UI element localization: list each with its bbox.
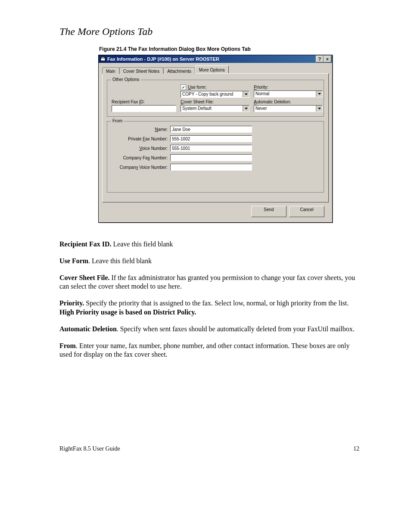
- priority-combo[interactable]: Normal: [254, 90, 323, 97]
- send-button[interactable]: Send: [251, 206, 286, 217]
- footer-page-number: 12: [353, 445, 359, 452]
- automatic-deletion-label: Automatic Deletion:: [254, 100, 323, 104]
- dialog-button-row: Send Cancel: [102, 202, 329, 218]
- page-footer: RightFax 8.5 User Guide 12: [59, 445, 359, 452]
- dialog-title: Fax Information - DJP (#100) on Server R…: [107, 56, 314, 62]
- automatic-deletion-combo[interactable]: Never: [254, 105, 323, 112]
- private-fax-label: Private Fax Number:: [112, 137, 168, 141]
- tab-main[interactable]: Main: [102, 67, 119, 74]
- cover-sheet-combo[interactable]: System Default: [181, 105, 249, 112]
- cover-sheet-value: System Default: [181, 106, 243, 112]
- svg-marker-4: [245, 108, 248, 109]
- dialog-titlebar: Fax Information - DJP (#100) on Server R…: [99, 55, 332, 63]
- svg-marker-2: [245, 93, 248, 95]
- use-form-label: Use form:: [188, 85, 206, 90]
- from-name-input[interactable]: [170, 126, 252, 133]
- para-priority: Priority. Specify the priority that is a…: [59, 299, 359, 317]
- svg-marker-5: [318, 108, 321, 109]
- company-voice-input[interactable]: [170, 164, 252, 171]
- tab-attachments[interactable]: Attachments: [163, 67, 195, 74]
- tab-cover-sheet-notes[interactable]: Cover Sheet Notes: [119, 67, 164, 74]
- company-fax-label: Company Fax Number:: [112, 156, 168, 160]
- chevron-down-icon[interactable]: [316, 106, 322, 112]
- group-from-title: From: [111, 118, 124, 123]
- company-fax-input[interactable]: [170, 154, 252, 161]
- para-use-form: Use Form. Leave this field blank: [59, 257, 359, 266]
- group-other-options: Other Options ✓ Use form: COPY - Copy ba…: [107, 80, 324, 117]
- para-from: From. Enter your name, fax number, phone…: [59, 342, 359, 360]
- use-form-combo[interactable]: COPY - Copy back ground: [181, 91, 249, 98]
- recipient-fax-id-label: Recipient Fax ID:: [112, 100, 176, 104]
- close-button[interactable]: ×: [324, 56, 331, 62]
- chevron-down-icon[interactable]: [316, 91, 322, 97]
- tab-panel-more-options: Other Options ✓ Use form: COPY - Copy ba…: [102, 73, 329, 202]
- group-other-options-title: Other Options: [111, 77, 141, 82]
- automatic-deletion-value: Never: [254, 106, 316, 112]
- tab-more-options[interactable]: More Options: [195, 65, 229, 73]
- para-automatic-deletion: Automatic Deletion. Specify when sent fa…: [59, 325, 359, 334]
- para-cover-sheet-file: Cover Sheet File. If the fax administrat…: [59, 274, 359, 292]
- para-recipient-fax-id: Recipient Fax ID. Leave this field blank: [59, 240, 359, 249]
- app-icon: [100, 56, 106, 62]
- group-from: From Name: Private Fax Number: Voice Num…: [107, 121, 324, 193]
- svg-rect-1: [101, 57, 105, 58]
- chevron-down-icon[interactable]: [243, 91, 249, 97]
- priority-label: Priority:: [254, 85, 323, 90]
- help-button[interactable]: ?: [316, 56, 324, 62]
- voice-number-input[interactable]: [170, 145, 252, 152]
- priority-value: Normal: [254, 91, 316, 97]
- voice-number-label: Voice Number:: [112, 146, 168, 151]
- use-form-checkbox[interactable]: ✓: [181, 84, 186, 90]
- chevron-down-icon[interactable]: [243, 106, 249, 112]
- section-title: The More Options Tab: [59, 26, 359, 37]
- recipient-fax-id-input[interactable]: [112, 105, 176, 112]
- tab-strip: Main Cover Sheet Notes Attachments More …: [102, 65, 329, 73]
- footer-left: RightFax 8.5 User Guide: [59, 445, 120, 452]
- cancel-button[interactable]: Cancel: [289, 206, 324, 217]
- body-copy: Recipient Fax ID. Leave this field blank…: [59, 240, 359, 359]
- fax-info-dialog: Fax Information - DJP (#100) on Server R…: [98, 55, 333, 223]
- use-form-value: COPY - Copy back ground: [181, 91, 243, 97]
- dialog-client-area: Main Cover Sheet Notes Attachments More …: [99, 63, 332, 222]
- svg-marker-3: [318, 93, 321, 95]
- cover-sheet-file-label: Cover Sheet File:: [181, 100, 249, 104]
- private-fax-input[interactable]: [170, 135, 252, 142]
- figure-caption: Figure 21.4 The Fax Information Dialog B…: [99, 46, 359, 52]
- company-voice-label: Company Voice Number:: [112, 165, 168, 170]
- from-name-label: Name:: [112, 127, 168, 132]
